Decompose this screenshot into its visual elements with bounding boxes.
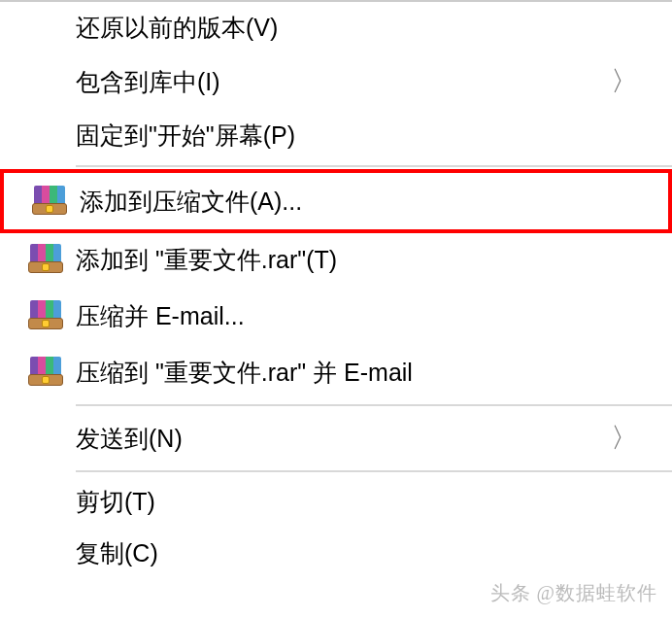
menu-item-cut[interactable]: 剪切(T) [0, 476, 672, 528]
menu-label: 添加到 "重要文件.rar"(T) [76, 244, 653, 276]
menu-item-add-to-named-rar[interactable]: 添加到 "重要文件.rar"(T) [0, 231, 672, 288]
menu-item-restore-previous[interactable]: 还原以前的版本(V) [0, 2, 672, 53]
winrar-icon [27, 241, 64, 278]
menu-label: 添加到压缩文件(A)... [80, 186, 649, 218]
menu-label: 还原以前的版本(V) [76, 12, 653, 44]
context-menu: 还原以前的版本(V) 包含到库中(I) 〉 固定到"开始"屏幕(P) 添加到压缩… [0, 0, 672, 579]
menu-label: 复制(C) [76, 537, 653, 569]
menu-item-copy[interactable]: 复制(C) [0, 528, 672, 579]
chevron-right-icon: 〉 [611, 63, 653, 100]
menu-label: 固定到"开始"屏幕(P) [76, 120, 653, 152]
winrar-icon [27, 297, 64, 334]
menu-item-compress-named-email[interactable]: 压缩到 "重要文件.rar" 并 E-mail [0, 344, 672, 400]
menu-item-add-to-archive[interactable]: 添加到压缩文件(A)... [0, 169, 672, 233]
winrar-icon [31, 183, 68, 220]
menu-item-include-library[interactable]: 包含到库中(I) 〉 [0, 53, 672, 110]
menu-item-compress-email[interactable]: 压缩并 E-mail... [0, 288, 672, 344]
menu-label: 包含到库中(I) [76, 66, 611, 98]
menu-label: 发送到(N) [76, 423, 611, 455]
menu-separator [76, 470, 672, 472]
chevron-right-icon: 〉 [611, 420, 653, 457]
menu-label: 压缩到 "重要文件.rar" 并 E-mail [76, 357, 653, 389]
menu-label: 压缩并 E-mail... [76, 300, 653, 332]
menu-label: 剪切(T) [76, 486, 653, 518]
watermark-text: 头条 @数据蛙软件 [490, 580, 657, 606]
menu-separator [76, 165, 672, 167]
menu-separator [76, 404, 672, 406]
winrar-icon [27, 354, 64, 391]
menu-item-pin-start[interactable]: 固定到"开始"屏幕(P) [0, 110, 672, 161]
menu-item-send-to[interactable]: 发送到(N) 〉 [0, 410, 672, 466]
